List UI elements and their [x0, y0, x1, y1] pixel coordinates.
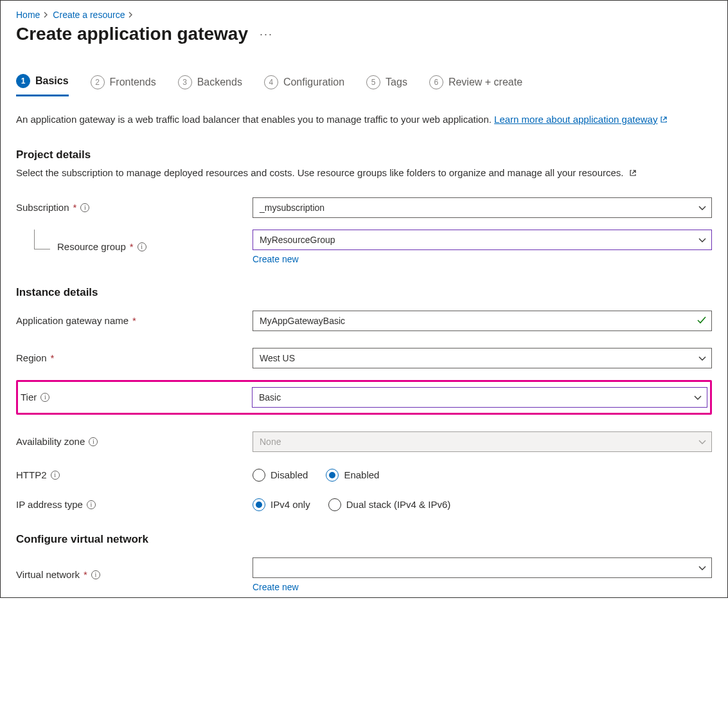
learn-more-link[interactable]: Learn more about application gateway [494, 114, 668, 125]
breadcrumb: Home Create a resource [16, 10, 712, 20]
breadcrumb-create-resource[interactable]: Create a resource [53, 10, 125, 20]
create-new-rg-link[interactable]: Create new [253, 254, 299, 264]
info-icon[interactable]: i [89, 437, 98, 446]
step-number: 6 [429, 75, 443, 89]
info-icon[interactable]: i [51, 471, 60, 480]
tab-label: Backends [197, 77, 242, 88]
vnet-select[interactable] [253, 557, 712, 578]
tab-label: Frontends [110, 77, 156, 88]
label-availability-zone: Availability zone i [16, 436, 253, 447]
create-new-vnet-link[interactable]: Create new [253, 582, 299, 592]
ip-type-radio-group: IPv4 only Dual stack (IPv4 & IPv6) [253, 498, 712, 511]
http2-disabled-radio[interactable]: Disabled [253, 469, 308, 482]
label-subscription: Subscription * i [16, 202, 253, 213]
info-icon[interactable]: i [80, 203, 89, 212]
radio-icon [326, 469, 339, 482]
tab-label: Review + create [448, 77, 522, 88]
label-region: Region * [16, 352, 253, 363]
required-asterisk: * [130, 241, 134, 252]
radio-icon [328, 498, 341, 511]
chevron-down-icon [698, 353, 706, 363]
chevron-down-icon [694, 392, 702, 403]
label-gateway-name: Application gateway name * [16, 315, 253, 326]
step-number: 4 [264, 75, 278, 89]
label-http2: HTTP2 i [16, 469, 253, 480]
tier-row-highlight: Tier i Basic [16, 380, 712, 415]
tabs: 1 Basics 2 Frontends 3 Backends 4 Config… [16, 74, 712, 96]
step-number: 1 [16, 74, 30, 88]
info-icon[interactable]: i [91, 570, 100, 579]
http2-radio-group: Disabled Enabled [253, 469, 712, 482]
section-vnet: Configure virtual network [16, 533, 712, 546]
tab-label: Tags [386, 77, 407, 88]
radio-icon [253, 469, 265, 482]
step-number: 3 [178, 75, 192, 89]
tab-label: Basics [35, 75, 69, 87]
chevron-down-icon [698, 235, 706, 245]
radio-icon [253, 498, 265, 511]
chevron-down-icon [698, 437, 706, 447]
info-icon[interactable]: i [40, 393, 49, 402]
region-select[interactable]: West US [253, 348, 712, 368]
external-link-icon[interactable] [629, 167, 637, 180]
section-project-details: Project details [16, 149, 712, 161]
ipv4-only-radio[interactable]: IPv4 only [253, 498, 310, 511]
step-number: 2 [91, 75, 105, 89]
label-resource-group: Resource group * i [16, 241, 253, 252]
tab-review-create[interactable]: 6 Review + create [429, 74, 522, 96]
external-link-icon [660, 114, 668, 127]
section-instance-details: Instance details [16, 286, 712, 299]
breadcrumb-home[interactable]: Home [16, 10, 40, 20]
label-ip-type: IP address type i [16, 499, 253, 510]
gateway-name-input[interactable]: MyAppGatewayBasic [253, 311, 712, 331]
chevron-right-icon [129, 10, 134, 20]
label-tier: Tier i [21, 392, 252, 403]
subscription-select[interactable]: _mysubscription [253, 197, 712, 218]
info-icon[interactable]: i [87, 500, 96, 509]
chevron-down-icon [698, 563, 706, 573]
chevron-down-icon [698, 203, 706, 213]
http2-enabled-radio[interactable]: Enabled [326, 469, 379, 482]
more-options-icon[interactable]: ··· [260, 28, 273, 41]
availability-zone-select: None [253, 431, 712, 452]
tab-backends[interactable]: 3 Backends [178, 74, 242, 96]
check-icon [697, 316, 706, 326]
required-asterisk: * [51, 352, 55, 363]
intro-text: An application gateway is a web traffic … [16, 113, 712, 127]
resource-group-select[interactable]: MyResourceGroup [253, 230, 712, 250]
tier-select[interactable]: Basic [252, 387, 707, 408]
dual-stack-radio[interactable]: Dual stack (IPv4 & IPv6) [328, 498, 451, 511]
tab-tags[interactable]: 5 Tags [366, 74, 407, 96]
required-asterisk: * [132, 315, 136, 326]
step-number: 5 [366, 75, 380, 89]
tab-frontends[interactable]: 2 Frontends [91, 74, 156, 96]
tab-basics[interactable]: 1 Basics [16, 74, 69, 96]
tab-configuration[interactable]: 4 Configuration [264, 74, 344, 96]
chevron-right-icon [44, 10, 49, 20]
info-icon[interactable]: i [138, 242, 146, 251]
section-desc: Select the subscription to manage deploy… [16, 167, 712, 180]
page-title: Create application gateway [16, 24, 248, 44]
label-vnet: Virtual network * i [16, 569, 253, 580]
required-asterisk: * [84, 569, 87, 580]
required-asterisk: * [73, 202, 77, 213]
tab-label: Configuration [283, 77, 344, 88]
